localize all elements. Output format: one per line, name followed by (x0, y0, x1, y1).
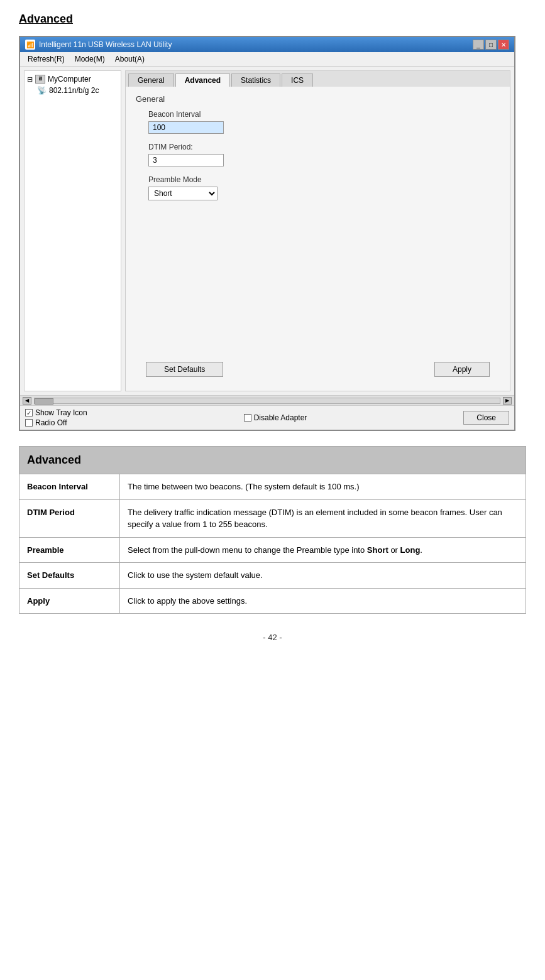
titlebar-controls: _ □ ✕ (473, 40, 509, 50)
disable-adapter-box[interactable] (244, 414, 251, 422)
term-preamble: Preamble (19, 537, 120, 563)
tab-bar: General Advanced Statistics ICS (126, 71, 510, 87)
tab-ics[interactable]: ICS (282, 74, 313, 87)
footer-left: Show Tray Icon Radio Off (25, 408, 87, 427)
dtim-period-label: DTIM Period: (148, 143, 500, 151)
term-dtim-period: DTIM Period (19, 499, 120, 537)
term-apply: Apply (19, 588, 120, 614)
radio-off-checkbox[interactable]: Radio Off (25, 418, 87, 427)
computer-icon: 🖥 (35, 75, 45, 84)
tree-root[interactable]: ⊟ 🖥 MyComputer (27, 74, 118, 85)
tree-child-label: 802.11n/b/g 2c (49, 86, 99, 95)
preamble-mode-group: Preamble Mode Short Long (148, 175, 500, 200)
def-beacon-interval: The time between two beacons. (The syste… (120, 474, 526, 500)
app-icon: 📶 (25, 40, 35, 50)
def-dtim-period: The delivery traffic indication message … (120, 499, 526, 537)
menu-bar: Refresh(R) Mode(M) About(A) (20, 52, 514, 67)
footer-right: Close (463, 411, 509, 425)
apply-button[interactable]: Apply (434, 362, 490, 377)
description-table: Advanced Beacon Interval The time betwee… (19, 446, 526, 614)
scroll-track[interactable] (34, 398, 500, 404)
menu-about[interactable]: About(A) (110, 53, 150, 65)
dtim-period-group: DTIM Period: (148, 143, 500, 166)
application-window: 📶 Intelligent 11n USB Wireless LAN Utili… (19, 36, 515, 431)
disable-adapter-label: Disable Adapter (254, 413, 307, 422)
tab-content-advanced: General Beacon Interval DTIM Period: (126, 87, 510, 391)
show-tray-icon-box[interactable] (25, 409, 33, 416)
tree-panel: ⊟ 🖥 MyComputer 📡 802.11n/b/g 2c (24, 70, 121, 391)
content-area-inner: General Beacon Interval DTIM Period: (136, 94, 500, 356)
titlebar-left: 📶 Intelligent 11n USB Wireless LAN Utili… (25, 40, 172, 50)
dtim-period-input[interactable] (148, 154, 224, 166)
menu-refresh[interactable]: Refresh(R) (23, 53, 70, 65)
table-row: Beacon Interval The time between two bea… (19, 474, 526, 500)
def-set-defaults: Click to use the system default value. (120, 563, 526, 589)
tab-general[interactable]: General (128, 74, 174, 87)
minimize-button[interactable]: _ (473, 40, 484, 50)
footer-center: Disable Adapter (244, 413, 307, 422)
maximize-button[interactable]: □ (485, 40, 497, 50)
table-row: DTIM Period The delivery traffic indicat… (19, 499, 526, 537)
content-panel: General Advanced Statistics ICS General … (125, 70, 510, 391)
window-titlebar: 📶 Intelligent 11n USB Wireless LAN Utili… (20, 37, 514, 52)
set-defaults-button[interactable]: Set Defaults (146, 362, 223, 377)
tab-action-buttons: Set Defaults Apply (136, 356, 500, 383)
tree-child[interactable]: 📡 802.11n/b/g 2c (37, 85, 118, 96)
preamble-short-bold: Short (367, 545, 388, 555)
window-title: Intelligent 11n USB Wireless LAN Utility (39, 40, 172, 49)
tab-advanced[interactable]: Advanced (175, 74, 230, 87)
page-number: - 42 - (19, 633, 526, 642)
preamble-long-bold: Long (400, 545, 421, 555)
def-apply: Click to apply the above settings. (120, 588, 526, 614)
radio-off-label: Radio Off (35, 418, 67, 427)
term-set-defaults: Set Defaults (19, 563, 120, 589)
beacon-interval-group: Beacon Interval (148, 110, 500, 134)
table-row: Preamble Select from the pull-down menu … (19, 537, 526, 563)
window-body: ⊟ 🖥 MyComputer 📡 802.11n/b/g 2c General … (20, 67, 514, 395)
scroll-left-button[interactable]: ◀ (23, 397, 31, 405)
beacon-interval-input[interactable] (148, 121, 224, 134)
page-heading: Advanced (19, 13, 526, 26)
window-close-button[interactable]: Close (463, 411, 509, 425)
preamble-select-container: Short Long (148, 187, 500, 200)
table-row: Set Defaults Click to use the system def… (19, 563, 526, 589)
radio-off-box[interactable] (25, 419, 33, 427)
term-beacon-interval: Beacon Interval (19, 474, 120, 500)
def-preamble: Select from the pull-down menu to change… (120, 537, 526, 563)
preamble-mode-label: Preamble Mode (148, 175, 500, 184)
tree-root-label: MyComputer (48, 75, 91, 84)
menu-mode[interactable]: Mode(M) (70, 53, 110, 65)
window-footer: Show Tray Icon Radio Off Disable Adapter… (20, 405, 514, 430)
tree-expand-icon: ⊟ (27, 75, 33, 84)
close-x-button[interactable]: ✕ (498, 40, 509, 50)
content-area: General Beacon Interval DTIM Period: (136, 94, 500, 383)
tree-wifi-icon: 📡 (37, 86, 47, 95)
horizontal-scrollbar: ◀ ▶ (20, 395, 514, 405)
show-tray-icon-checkbox[interactable]: Show Tray Icon (25, 408, 87, 417)
table-header-row: Advanced (19, 447, 526, 474)
beacon-interval-label: Beacon Interval (148, 110, 500, 119)
table-header-cell: Advanced (19, 447, 526, 474)
section-general-title: General (136, 94, 500, 104)
scroll-right-button[interactable]: ▶ (503, 397, 512, 405)
table-row: Apply Click to apply the above settings. (19, 588, 526, 614)
show-tray-icon-label: Show Tray Icon (35, 408, 87, 417)
scroll-thumb[interactable] (35, 398, 53, 405)
preamble-mode-select[interactable]: Short Long (148, 187, 217, 200)
tab-statistics[interactable]: Statistics (231, 74, 280, 87)
